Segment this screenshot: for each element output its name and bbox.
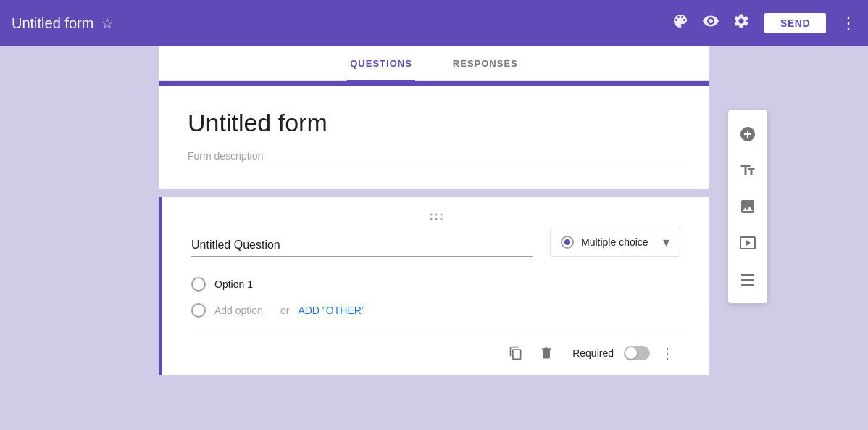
radio-circle-icon (191, 277, 206, 292)
palette-icon[interactable] (672, 12, 689, 34)
radio-circle-empty-icon (191, 303, 206, 318)
form-title[interactable]: Untitled form (188, 109, 680, 137)
app-title: Untitled form (12, 15, 93, 32)
question-type-dropdown[interactable]: Multiple choice ▾ (550, 228, 680, 257)
chevron-down-icon: ▾ (663, 234, 669, 250)
svg-point-2 (440, 214, 442, 216)
question-card: Multiple choice ▾ Option 1 Add option or… (159, 197, 709, 375)
svg-point-1 (435, 214, 437, 216)
add-video-button[interactable] (728, 225, 767, 261)
tab-questions[interactable]: QUESTIONS (347, 47, 415, 82)
question-type-radio-icon (561, 236, 574, 249)
option-row-1: Option 1 (191, 271, 680, 297)
delete-button[interactable] (533, 340, 559, 366)
sidebar-toolbar (728, 110, 767, 303)
duplicate-button[interactable] (503, 340, 529, 366)
main-area: QUESTIONS RESPONSES Untitled form Form d… (0, 46, 868, 430)
option-1-label[interactable]: Option 1 (214, 278, 253, 290)
tab-responses[interactable]: RESPONSES (450, 47, 521, 82)
add-image-button[interactable] (728, 189, 767, 225)
form-description[interactable]: Form description (188, 150, 680, 168)
preview-icon[interactable] (702, 12, 719, 34)
question-row: Multiple choice ▾ (191, 228, 680, 257)
add-section-button[interactable] (728, 261, 767, 297)
or-text: or (280, 305, 289, 316)
form-title-card: Untitled form Form description (159, 81, 709, 189)
settings-icon[interactable] (733, 12, 750, 34)
star-icon[interactable]: ☆ (101, 15, 114, 32)
svg-point-0 (430, 214, 432, 216)
add-title-button[interactable] (728, 152, 767, 189)
svg-point-4 (435, 218, 437, 220)
required-toggle[interactable] (624, 346, 650, 360)
card-footer: Required ⋮ (191, 331, 680, 375)
question-title-input[interactable] (191, 236, 533, 257)
send-button[interactable]: SEND (763, 12, 827, 35)
radio-inner (564, 239, 570, 245)
tabs-bar: QUESTIONS RESPONSES (159, 46, 709, 81)
topbar-right: SEND ⋮ (672, 12, 856, 35)
question-more-button[interactable]: ⋮ (654, 339, 680, 368)
svg-point-5 (440, 218, 442, 220)
topbar: Untitled form ☆ SEND ⋮ (0, 0, 868, 46)
center-column: QUESTIONS RESPONSES Untitled form Form d… (159, 46, 709, 430)
add-option-row: Add option or ADD "OTHER" (191, 297, 680, 323)
topbar-left: Untitled form ☆ (12, 15, 114, 32)
add-option-text[interactable]: Add option (214, 305, 263, 316)
question-type-label: Multiple choice (581, 236, 656, 248)
add-other-link[interactable]: ADD "OTHER" (298, 305, 364, 316)
add-question-button[interactable] (728, 116, 767, 152)
more-options-icon[interactable]: ⋮ (840, 14, 856, 33)
toggle-knob (625, 347, 637, 359)
svg-point-3 (430, 218, 432, 220)
drag-handle-icon (191, 212, 680, 228)
required-label: Required (572, 347, 614, 359)
